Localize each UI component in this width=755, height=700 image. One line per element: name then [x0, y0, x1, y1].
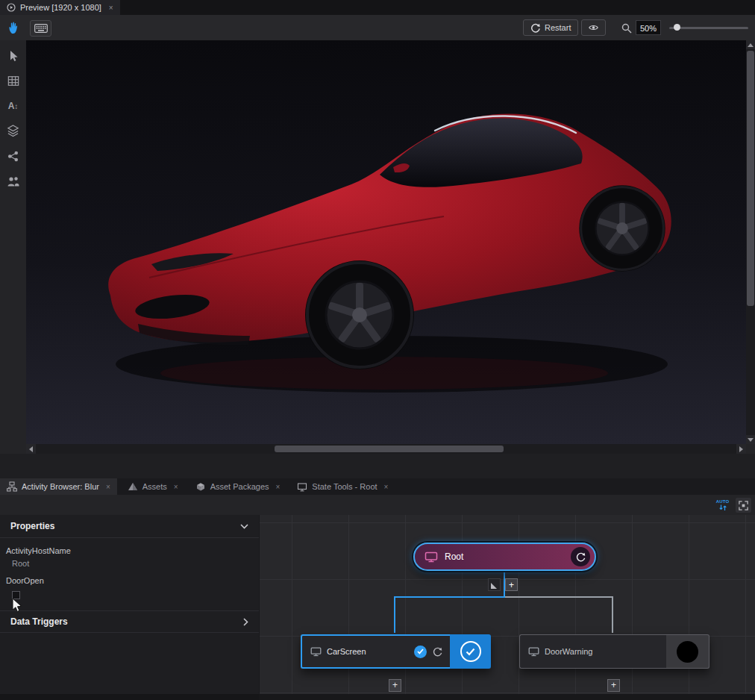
- root-node-label: Root: [445, 551, 463, 562]
- fit-to-view-button[interactable]: [736, 498, 751, 513]
- activity-host-icon: [425, 551, 438, 563]
- data-triggers-header[interactable]: Data Triggers: [0, 610, 259, 633]
- grid-icon: [7, 75, 19, 87]
- check-icon: [417, 649, 424, 654]
- scroll-right-button[interactable]: [736, 444, 746, 454]
- doorwarning-state-panel[interactable]: [666, 634, 709, 669]
- scroll-up-button[interactable]: [746, 40, 755, 49]
- loop-badge[interactable]: [571, 547, 590, 566]
- graph-node-carscreen[interactable]: CarScreen: [301, 634, 491, 669]
- viewport-tool-strip: A↕: [0, 40, 26, 454]
- visibility-button[interactable]: [581, 19, 606, 36]
- close-icon[interactable]: ×: [174, 483, 178, 491]
- loop-icon: [432, 646, 443, 657]
- vertical-scroll-thumb[interactable]: [747, 51, 754, 306]
- zoom-slider[interactable]: [669, 24, 748, 31]
- active-check-badge: [414, 646, 427, 658]
- collapse-children-button[interactable]: [488, 578, 501, 591]
- window-gap: [0, 454, 755, 478]
- preview-tab-label: Preview [1920 x 1080]: [20, 3, 101, 12]
- scroll-left-button[interactable]: [26, 444, 36, 454]
- auto-arrange-label: AUTO: [716, 499, 730, 504]
- zoom-icon: [621, 23, 632, 34]
- doorwarning-node-label: DoorWarning: [545, 647, 592, 656]
- carscreen-state-panel[interactable]: [450, 634, 491, 669]
- scroll-down-button[interactable]: [746, 435, 755, 444]
- property-label: DoorOpen: [6, 576, 259, 585]
- dock-tab-bar: Activity Browser: Blur × Assets × Asset …: [0, 478, 755, 495]
- vertical-scrollbar[interactable]: [746, 40, 755, 444]
- check-icon: [466, 648, 475, 656]
- horizontal-scroll-thumb[interactable]: [275, 446, 504, 452]
- layers-tool-button[interactable]: [0, 122, 26, 139]
- preview-tab-bar: Preview [1920 x 1080] ×: [0, 0, 755, 15]
- tab-assets[interactable]: Assets ×: [121, 478, 185, 495]
- collapse-triangle-icon: [491, 583, 497, 589]
- add-state-button[interactable]: +: [607, 679, 620, 692]
- arrow-left-icon: [29, 446, 33, 452]
- node-link-icon: [7, 150, 19, 163]
- tab-preview[interactable]: Preview [1920 x 1080] ×: [0, 0, 120, 15]
- eye-icon: [589, 23, 598, 32]
- close-icon[interactable]: ×: [106, 483, 110, 491]
- mouse-cursor: [12, 598, 24, 614]
- carscreen-node-body[interactable]: CarScreen: [301, 634, 450, 669]
- graph-node-root[interactable]: Root: [413, 543, 596, 571]
- arrow-up-icon: [748, 43, 754, 47]
- restart-button[interactable]: Restart: [523, 19, 578, 36]
- zoom-slider-track: [669, 27, 748, 29]
- data-triggers-title: Data Triggers: [10, 616, 68, 627]
- panel-bottom-strip: [259, 694, 755, 700]
- state-tools-icon: [297, 482, 307, 492]
- panel-bottom-strip: [0, 694, 259, 700]
- pointer-icon: [7, 50, 19, 63]
- preview-viewport[interactable]: [26, 40, 746, 444]
- text-tool-button[interactable]: A↕: [0, 98, 26, 114]
- close-icon[interactable]: ×: [109, 4, 113, 12]
- activity-icon: [310, 647, 322, 657]
- tab-activity-browser[interactable]: Activity Browser: Blur ×: [0, 478, 117, 495]
- share-tool-button[interactable]: [0, 148, 26, 164]
- kanzi-studio-window: Preview [1920 x 1080] ×: [0, 0, 755, 700]
- zoom-level-field[interactable]: 50%: [636, 20, 661, 35]
- horizontal-scrollbar[interactable]: [26, 444, 746, 454]
- dock-tab-label: Activity Browser: Blur: [22, 482, 99, 491]
- property-label: ActivityHostName: [6, 546, 259, 555]
- close-icon[interactable]: ×: [384, 483, 389, 491]
- loop-icon: [575, 551, 586, 563]
- state-empty-badge: [677, 641, 698, 663]
- activity-graph-canvas[interactable]: Root + CarScreen: [259, 515, 755, 700]
- preview-icon: [7, 3, 16, 12]
- select-tool-button[interactable]: [0, 48, 26, 64]
- auto-arrange-button[interactable]: AUTO: [714, 498, 731, 513]
- asset-packages-icon: [195, 481, 206, 492]
- activity-browser-icon: [7, 481, 17, 492]
- dock-tab-label: Asset Packages: [210, 482, 269, 491]
- chevron-down-icon: [240, 524, 248, 529]
- doorwarning-node-body[interactable]: DoorWarning: [519, 634, 666, 669]
- fit-to-view-icon: [738, 500, 749, 511]
- activity-host-name-value[interactable]: Root: [12, 559, 259, 568]
- tab-state-tools[interactable]: State Tools - Root ×: [290, 478, 395, 495]
- state-check-badge: [460, 641, 481, 662]
- grid-tool-button[interactable]: [0, 72, 26, 89]
- graph-node-doorwarning[interactable]: DoorWarning: [519, 634, 709, 669]
- layers-icon: [7, 124, 19, 137]
- panel-header-strip: [0, 495, 755, 515]
- users-tool-button[interactable]: [0, 173, 26, 190]
- zoom-slider-thumb[interactable]: [674, 24, 680, 31]
- tab-asset-packages[interactable]: Asset Packages ×: [189, 478, 287, 495]
- people-icon: [7, 175, 19, 187]
- add-child-activity-button[interactable]: +: [505, 578, 518, 591]
- interact-hand-icon: [6, 20, 21, 35]
- properties-header[interactable]: Properties: [0, 515, 259, 538]
- properties-title: Properties: [10, 521, 54, 531]
- arrow-right-icon: [739, 446, 743, 452]
- add-state-button[interactable]: +: [389, 679, 401, 692]
- graph-toolbar: AUTO: [714, 498, 751, 513]
- assets-icon: [128, 481, 138, 492]
- keyboard-tool-button[interactable]: [30, 20, 51, 37]
- interact-tool-button[interactable]: [4, 19, 23, 37]
- restart-label: Restart: [545, 23, 571, 32]
- close-icon[interactable]: ×: [276, 483, 281, 491]
